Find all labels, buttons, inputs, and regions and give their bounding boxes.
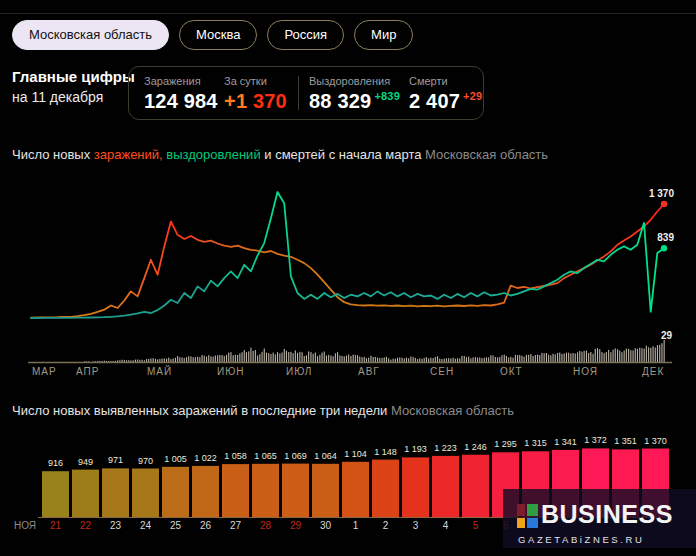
svg-text:4: 4 [443, 520, 449, 531]
svg-text:1 370: 1 370 [644, 436, 667, 446]
svg-text:1 370: 1 370 [649, 188, 674, 199]
svg-text:1 064: 1 064 [314, 451, 337, 461]
svg-text:25: 25 [170, 520, 182, 531]
svg-text:29: 29 [290, 520, 302, 531]
bar-chart-title-text: Число новых выявленных заражений в после… [12, 403, 391, 418]
svg-text:1 315: 1 315 [524, 438, 547, 448]
svg-text:23: 23 [110, 520, 122, 531]
svg-text:22: 22 [80, 520, 92, 531]
logo-square-green [527, 504, 538, 516]
svg-text:26: 26 [200, 520, 212, 531]
charts-canvas: 29МАРАПРМАЙИЮНИЮЛАВГСЕНОКТНОЯДЕК1 370839… [0, 0, 696, 556]
svg-text:30: 30 [320, 520, 332, 531]
logo-square-blue [527, 518, 538, 528]
svg-text:21: 21 [50, 520, 62, 531]
svg-text:СЕН: СЕН [430, 366, 454, 377]
watermark-brand: BUSINESS [541, 500, 673, 529]
svg-text:29: 29 [661, 330, 673, 341]
svg-text:1 223: 1 223 [434, 443, 457, 453]
svg-text:ИЮЛ: ИЮЛ [286, 366, 312, 377]
svg-text:3: 3 [413, 520, 419, 531]
svg-text:1 351: 1 351 [614, 436, 637, 446]
bar-chart-region: Московская область [391, 403, 514, 418]
logo-square-darkred [517, 504, 525, 516]
svg-text:1 022: 1 022 [194, 453, 217, 463]
svg-text:1 295: 1 295 [494, 439, 517, 449]
svg-text:МАР: МАР [32, 366, 57, 377]
svg-text:970: 970 [138, 456, 153, 466]
svg-text:1 065: 1 065 [254, 451, 277, 461]
watermark-business: BUSINESS GAZETABiZNES.RU [503, 489, 696, 548]
svg-text:1 372: 1 372 [584, 435, 607, 445]
business-logo-icon [517, 504, 538, 529]
svg-text:ОКТ: ОКТ [500, 366, 523, 377]
svg-text:2: 2 [383, 520, 389, 531]
svg-text:24: 24 [140, 520, 152, 531]
svg-text:МАЙ: МАЙ [147, 365, 172, 377]
svg-text:1: 1 [353, 520, 359, 531]
svg-text:1 005: 1 005 [164, 454, 187, 464]
svg-text:28: 28 [260, 520, 272, 531]
svg-text:АПР: АПР [76, 366, 99, 377]
svg-text:27: 27 [230, 520, 242, 531]
covid-dashboard: Московская область Москва Россия Мир Гла… [0, 0, 696, 556]
svg-text:1 148: 1 148 [374, 447, 397, 457]
svg-text:НОЯ: НОЯ [14, 520, 36, 531]
svg-text:949: 949 [78, 457, 93, 467]
svg-text:839: 839 [657, 232, 674, 243]
svg-text:ДЕК: ДЕК [642, 366, 664, 377]
svg-text:971: 971 [108, 455, 123, 465]
svg-text:НОЯ: НОЯ [573, 366, 598, 377]
svg-text:1 246: 1 246 [464, 442, 487, 452]
watermark-site: GAZETABiZNES.RU [518, 534, 644, 545]
svg-text:1 193: 1 193 [404, 444, 427, 454]
svg-text:ИЮН: ИЮН [217, 366, 245, 377]
svg-text:АВГ: АВГ [358, 366, 380, 377]
svg-text:1 341: 1 341 [554, 437, 577, 447]
bar-chart-title: Число новых выявленных заражений в после… [12, 403, 514, 418]
svg-text:1 104: 1 104 [344, 449, 367, 459]
svg-text:1 069: 1 069 [284, 451, 307, 461]
svg-text:1 058: 1 058 [224, 451, 247, 461]
svg-text:916: 916 [48, 458, 63, 468]
logo-square-orange [517, 518, 525, 528]
svg-text:5: 5 [473, 520, 479, 531]
